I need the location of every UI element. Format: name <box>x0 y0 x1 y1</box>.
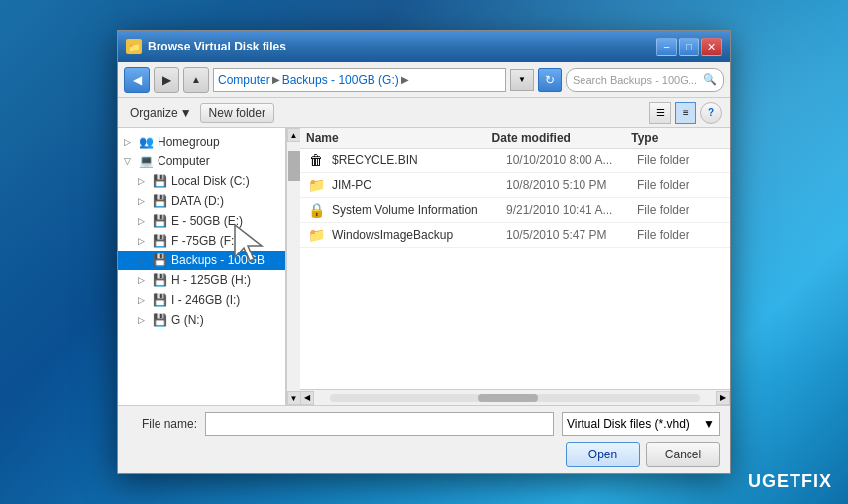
file-list: 🗑 $RECYCLE.BIN 10/10/2010 8:00 A... File… <box>300 149 730 389</box>
search-bar[interactable]: Search Backups - 100G... 🔍 <box>566 68 724 92</box>
close-button[interactable]: ✕ <box>701 38 722 56</box>
open-button[interactable]: Open <box>566 442 640 467</box>
sidebar-item-backups-100gb[interactable]: ▽ 💾 Backups - 100GB <box>118 251 285 270</box>
sidebar-item-g-n[interactable]: ▷ 💾 G (N:) <box>118 310 285 330</box>
expand-icon: ▷ <box>138 236 152 246</box>
recycle-bin-date: 10/10/2010 8:00 A... <box>506 153 637 167</box>
search-placeholder: Search Backups - 100G... <box>573 74 703 86</box>
sidebar-vscroll[interactable]: ▲ ▼ <box>286 128 300 405</box>
file-row-recycle-bin[interactable]: 🗑 $RECYCLE.BIN 10/10/2010 8:00 A... File… <box>300 149 730 173</box>
computer-icon: 💻 <box>138 153 154 169</box>
expand-icon: ▷ <box>138 315 152 325</box>
organize-arrow: ▼ <box>180 106 192 120</box>
col-header-name[interactable]: Name <box>306 131 492 145</box>
organize-label: Organize <box>130 106 178 120</box>
file-row-jim-pc[interactable]: 📁 JIM-PC 10/8/2010 5:10 PM File folder <box>300 173 730 198</box>
sidebar-item-homegroup[interactable]: ▷ 👥 Homegroup <box>118 132 285 151</box>
view-list-button[interactable]: ☰ <box>649 102 671 124</box>
filetype-value: Virtual Disk files (*.vhd) <box>567 417 689 431</box>
filename-input[interactable] <box>205 412 554 436</box>
file-row-system-volume[interactable]: 🔒 System Volume Information 9/21/2010 10… <box>300 198 730 223</box>
homegroup-label: Homegroup <box>158 135 220 149</box>
vscroll-up-button[interactable]: ▲ <box>287 128 301 142</box>
back-button[interactable]: ◀ <box>124 67 150 93</box>
windows-backup-icon: 📁 <box>306 227 326 243</box>
organize-button[interactable]: Organize ▼ <box>126 104 196 122</box>
system-volume-type: File folder <box>637 203 724 217</box>
file-row-windows-image-backup[interactable]: 📁 WindowsImageBackup 10/5/2010 5:47 PM F… <box>300 223 730 248</box>
sidebar-item-computer[interactable]: ▽ 💻 Computer <box>118 151 285 171</box>
col-header-type[interactable]: Type <box>631 131 724 145</box>
computer-label: Computer <box>158 154 210 168</box>
button-row: Open Cancel <box>128 442 720 467</box>
expand-icon: ▽ <box>138 255 152 265</box>
drive-e-icon: 💾 <box>152 213 167 229</box>
h-125gb-label: H - 125GB (H:) <box>171 273 251 287</box>
vscroll-thumb[interactable] <box>288 151 300 181</box>
browse-dialog: 📁 Browse Virtual Disk files − □ ✕ ◀ ▶ ▲ … <box>117 30 731 474</box>
sidebar-item-i-246gb[interactable]: ▷ 💾 I - 246GB (I:) <box>118 290 285 310</box>
title-buttons: − □ ✕ <box>656 38 722 56</box>
data-d-label: DATA (D:) <box>171 194 224 208</box>
addr-computer[interactable]: Computer <box>218 73 270 87</box>
address-bar[interactable]: Computer ▶ Backups - 100GB (G:) ▶ <box>213 68 506 92</box>
drive-backups-icon: 💾 <box>152 252 167 268</box>
sidebar-item-local-disk-c[interactable]: ▷ 💾 Local Disk (C:) <box>118 171 285 191</box>
sidebar-item-data-d[interactable]: ▷ 💾 DATA (D:) <box>118 191 285 211</box>
local-disk-c-label: Local Disk (C:) <box>171 174 250 188</box>
refresh-button[interactable]: ↻ <box>538 68 562 92</box>
f-75gb-label: F -75GB (F:) <box>171 234 238 248</box>
addr-backups[interactable]: Backups - 100GB (G:) <box>282 73 399 87</box>
i-246gb-label: I - 246GB (I:) <box>171 293 240 307</box>
expand-icon: ▷ <box>138 295 152 305</box>
search-icon[interactable]: 🔍 <box>703 73 717 86</box>
new-folder-button[interactable]: New folder <box>200 103 274 123</box>
expand-icon: ▷ <box>138 176 152 186</box>
view-details-button[interactable]: ≡ <box>675 102 696 124</box>
forward-button[interactable]: ▶ <box>154 67 179 93</box>
expand-icon: ▷ <box>124 137 138 147</box>
up-button[interactable]: ▲ <box>183 67 209 93</box>
expand-icon: ▷ <box>138 196 152 206</box>
file-panel: Name Date modified Type 🗑 $RECYCLE.BIN 1… <box>300 128 730 405</box>
vscroll-down-button[interactable]: ▼ <box>287 391 301 405</box>
secondary-toolbar: Organize ▼ New folder ☰ ≡ ? <box>118 98 730 128</box>
col-header-date[interactable]: Date modified <box>492 131 632 145</box>
drive-h-icon: 💾 <box>152 272 167 288</box>
address-dropdown[interactable]: ▼ <box>510 69 534 91</box>
filename-label: File name: <box>128 417 197 431</box>
drive-c-icon: 💾 <box>152 173 167 189</box>
cancel-button[interactable]: Cancel <box>646 442 720 467</box>
homegroup-icon: 👥 <box>138 134 154 150</box>
hscroll[interactable]: ◀ ▶ <box>300 389 730 405</box>
title-bar-left: 📁 Browse Virtual Disk files <box>126 39 286 54</box>
minimize-button[interactable]: − <box>656 38 677 56</box>
backups-100gb-label: Backups - 100GB <box>171 253 265 267</box>
drive-g-icon: 💾 <box>152 312 167 328</box>
drive-d-icon: 💾 <box>152 193 167 209</box>
hscroll-left-button[interactable]: ◀ <box>300 391 314 405</box>
sidebar-item-e-50gb[interactable]: ▷ 💾 E - 50GB (E:) <box>118 211 285 231</box>
filetype-select[interactable]: Virtual Disk files (*.vhd) ▼ <box>562 412 720 436</box>
sidebar-item-h-125gb[interactable]: ▷ 💾 H - 125GB (H:) <box>118 270 285 290</box>
expand-icon: ▷ <box>138 216 152 226</box>
sidebar-item-f-75gb[interactable]: ▷ 💾 F -75GB (F:) <box>118 231 285 251</box>
filename-row: File name: Virtual Disk files (*.vhd) ▼ <box>128 412 720 436</box>
hscroll-right-button[interactable]: ▶ <box>716 391 730 405</box>
system-volume-date: 9/21/2010 10:41 A... <box>506 203 637 217</box>
help-button[interactable]: ? <box>700 102 722 124</box>
g-n-label: G (N:) <box>171 313 204 327</box>
recycle-bin-name: $RECYCLE.BIN <box>332 153 506 167</box>
maximize-button[interactable]: □ <box>679 38 699 56</box>
jim-pc-type: File folder <box>637 178 724 192</box>
address-toolbar: ◀ ▶ ▲ Computer ▶ Backups - 100GB (G:) ▶ … <box>118 62 730 98</box>
recycle-bin-type: File folder <box>637 153 724 167</box>
jim-pc-icon: 📁 <box>306 177 326 193</box>
filetype-arrow-icon: ▼ <box>703 417 715 431</box>
file-list-header: Name Date modified Type <box>300 128 730 149</box>
drive-i-icon: 💾 <box>152 292 167 308</box>
windows-backup-date: 10/5/2010 5:47 PM <box>506 228 637 242</box>
sidebar: ▷ 👥 Homegroup ▽ 💻 Computer ▷ 💾 Local Dis… <box>118 128 286 405</box>
watermark: UGETFIX <box>748 471 832 492</box>
hscroll-thumb[interactable] <box>478 394 538 402</box>
